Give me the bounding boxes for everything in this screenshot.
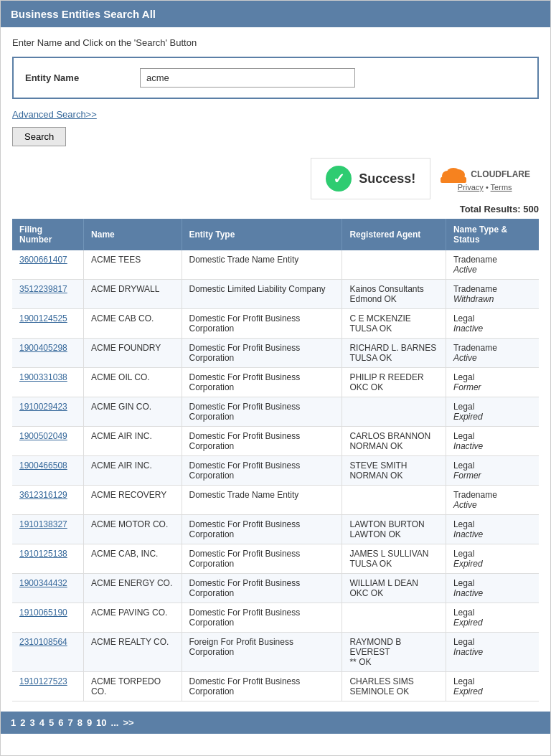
col-entity-type: Entity Type <box>182 219 342 250</box>
registered-agent-cell: PHILIP R REEDER OKC OK <box>342 368 446 397</box>
entity-type-cell: Domestic For Profit Business Corporation <box>182 309 342 339</box>
filing-number-link[interactable]: 3612316129 <box>19 490 76 500</box>
page-link-7[interactable]: 7 <box>67 717 72 728</box>
table-row: 1910125138ACME CAB, INC.Domestic For Pro… <box>12 544 539 574</box>
entity-type-cell: Domestic For Profit Business Corporation <box>182 515 342 544</box>
status-badge: Former <box>453 471 481 481</box>
name-type-status-cell: LegalExpired <box>446 672 539 701</box>
filing-number-cell: 1910029423 <box>12 397 84 427</box>
instruction-text: Enter Name and Click on the 'Search' But… <box>12 37 539 48</box>
entity-name-input[interactable] <box>140 68 355 88</box>
table-row: 3512239817ACME DRYWALLDomestic Limited L… <box>12 280 539 309</box>
entity-name-cell: ACME GIN CO. <box>84 397 182 427</box>
filing-number-cell: 1900331038 <box>12 368 84 397</box>
name-type: Legal <box>453 608 474 618</box>
page-link-...[interactable]: ... <box>111 717 119 728</box>
page-link-1[interactable]: 1 <box>11 717 16 728</box>
advanced-search-link[interactable]: Advanced Search>> <box>12 109 539 120</box>
filing-number-link[interactable]: 1910065190 <box>19 608 76 618</box>
status-badge: Inactive <box>453 588 483 598</box>
registered-agent-cell: CHARLES SIMS SEMINOLE OK <box>342 672 446 701</box>
entity-type-cell: Domestic For Profit Business Corporation <box>182 603 342 633</box>
entity-name-cell: ACME DRYWALL <box>84 280 182 309</box>
search-button[interactable]: Search <box>12 127 66 146</box>
page-link-4[interactable]: 4 <box>39 717 44 728</box>
filing-number-link[interactable]: 1900124525 <box>19 313 76 323</box>
pagination-bar: 12345678910...>> <box>1 712 550 734</box>
entity-name-cell: ACME AIR INC. <box>84 427 182 456</box>
entity-name-cell: ACME AIR INC. <box>84 456 182 486</box>
name-type-status-cell: LegalExpired <box>446 603 539 633</box>
filing-number-link[interactable]: 1900344432 <box>19 578 76 588</box>
entity-name-cell: ACME OIL CO. <box>84 368 182 397</box>
name-type: Tradename <box>453 284 497 294</box>
page-link-9[interactable]: 9 <box>87 717 92 728</box>
page-link-5[interactable]: 5 <box>49 717 54 728</box>
table-row: 1900124525ACME CAB CO.Domestic For Profi… <box>12 309 539 339</box>
table-row: 1910138327ACME MOTOR CO.Domestic For Pro… <box>12 515 539 544</box>
filing-number-link[interactable]: 1900466508 <box>19 460 76 471</box>
name-type-status-cell: LegalInactive <box>446 633 539 672</box>
filing-number-link[interactable]: 1900405298 <box>19 343 76 353</box>
status-badge: Active <box>453 500 477 510</box>
page-link-6[interactable]: 6 <box>58 717 63 728</box>
registered-agent-cell: WILLIAM L DEAN OKC OK <box>342 574 446 603</box>
filing-number-cell: 1900124525 <box>12 309 84 339</box>
entity-name-cell: ACME MOTOR CO. <box>84 515 182 544</box>
entity-name-cell: ACME FOUNDRY <box>84 339 182 368</box>
terms-link[interactable]: Terms <box>491 183 512 192</box>
name-type-status-cell: TradenameActive <box>446 339 539 368</box>
entity-type-cell: Domestic For Profit Business Corporation <box>182 544 342 574</box>
filing-number-link[interactable]: 1910138327 <box>19 519 76 529</box>
total-results: Total Results: 500 <box>12 204 539 214</box>
entity-name-cell: ACME CAB, INC. <box>84 544 182 574</box>
page-link-10[interactable]: 10 <box>96 717 106 728</box>
status-badge: Expired <box>453 686 483 696</box>
filing-number-link[interactable]: 1910029423 <box>19 402 76 412</box>
entity-type-cell: Domestic For Profit Business Corporation <box>182 672 342 701</box>
filing-number-cell: 3600661407 <box>12 250 84 280</box>
name-type-status-cell: LegalFormer <box>446 368 539 397</box>
name-type: Legal <box>453 402 474 412</box>
status-badge: Inactive <box>453 529 483 539</box>
entity-type-cell: Foreign For Profit Business Corporation <box>182 633 342 672</box>
table-row: 3600661407ACME TEESDomestic Trade Name E… <box>12 250 539 280</box>
name-type-status-cell: TradenameActive <box>446 486 539 515</box>
filing-number-link[interactable]: 1910127523 <box>19 676 76 686</box>
filing-number-cell: 2310108564 <box>12 633 84 672</box>
entity-type-cell: Domestic For Profit Business Corporation <box>182 339 342 368</box>
name-type: Tradename <box>453 255 497 265</box>
table-row: 1900466508ACME AIR INC.Domestic For Prof… <box>12 456 539 486</box>
cloudflare-badge: CLOUDFLARE Privacy • Terms <box>430 161 539 196</box>
status-badge: Expired <box>453 412 483 422</box>
registered-agent-cell <box>342 397 446 427</box>
filing-number-cell: 1900466508 <box>12 456 84 486</box>
privacy-link[interactable]: Privacy <box>458 183 484 192</box>
page-link-2[interactable]: 2 <box>20 717 25 728</box>
filing-number-link[interactable]: 1900502049 <box>19 431 76 441</box>
filing-number-cell: 3612316129 <box>12 486 84 515</box>
entity-name-cell: ACME CAB CO. <box>84 309 182 339</box>
name-type: Legal <box>453 460 474 471</box>
filing-number-link[interactable]: 1910125138 <box>19 549 76 559</box>
page-link->>[interactable]: >> <box>123 717 133 728</box>
page-link-8[interactable]: 8 <box>77 717 83 728</box>
registered-agent-cell: C E MCKENZIE TULSA OK <box>342 309 446 339</box>
registered-agent-cell: CARLOS BRANNON NORMAN OK <box>342 427 446 456</box>
page-header: Business Entities Search All <box>1 1 550 27</box>
status-badge: Inactive <box>453 323 483 334</box>
page-title: Business Entities Search All <box>11 8 156 20</box>
filing-number-link[interactable]: 2310108564 <box>19 637 76 647</box>
name-type: Legal <box>453 372 474 382</box>
filing-number-link[interactable]: 3512239817 <box>19 284 76 294</box>
filing-number-link[interactable]: 3600661407 <box>19 255 76 265</box>
status-badge: Expired <box>453 618 483 628</box>
col-filing-number: Filing Number <box>12 219 84 250</box>
table-row: 1910065190ACME PAVING CO.Domestic For Pr… <box>12 603 539 633</box>
page-link-3[interactable]: 3 <box>29 717 34 728</box>
filing-number-cell: 3512239817 <box>12 280 84 309</box>
entity-type-cell: Domestic For Profit Business Corporation <box>182 368 342 397</box>
filing-number-link[interactable]: 1900331038 <box>19 372 76 382</box>
table-row: 1910127523ACME TORPEDO CO.Domestic For P… <box>12 672 539 701</box>
status-badge: Active <box>453 353 477 363</box>
